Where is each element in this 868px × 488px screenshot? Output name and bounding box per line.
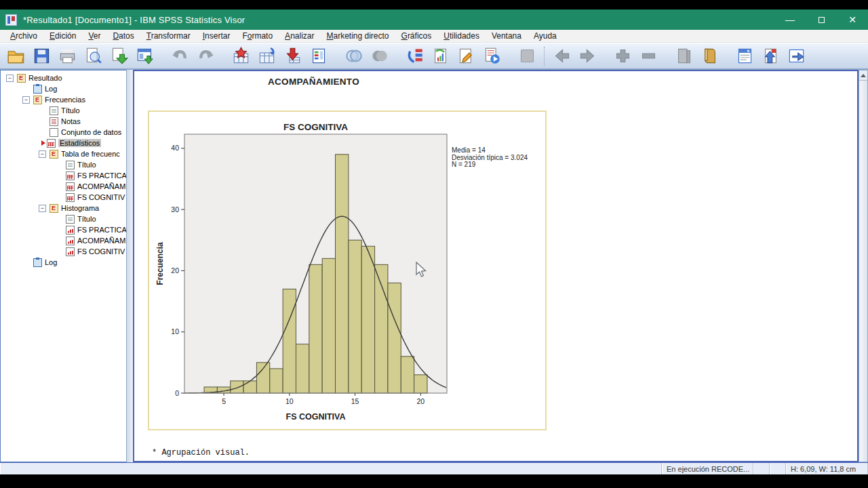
tree-item-fs-practica-tabla[interactable]: FS PRACTICA (1, 170, 126, 181)
tree-item-log[interactable]: Log (1, 83, 126, 94)
chart-doc-icon (66, 237, 75, 245)
tree-item-acompanamiento-histograma[interactable]: ACOMPAÑAM (1, 235, 126, 246)
main-area: −Resultado Log −Frecuencias Título Notas… (0, 70, 868, 462)
svg-text:20: 20 (171, 266, 179, 274)
goto-variable-icon[interactable] (281, 45, 304, 68)
insert-heading-icon[interactable] (429, 45, 452, 68)
insert-title-icon[interactable] (454, 45, 477, 68)
open-icon[interactable] (4, 45, 27, 68)
svg-text:N = 219: N = 219 (452, 161, 476, 168)
menu-transformar[interactable]: Transformar (140, 30, 197, 41)
menu-insertar[interactable]: Insertar (197, 30, 237, 41)
title-bar: *Resultado1 [Documento1] - IBM SPSS Stat… (0, 9, 868, 30)
print-icon[interactable] (56, 45, 79, 68)
status-bar: En ejecución RECODE... H: 6,09, W: 11,8 … (0, 462, 868, 474)
title-doc-icon (50, 106, 58, 115)
tree-item-histograma[interactable]: −Histograma (1, 203, 126, 214)
expand-icon[interactable] (611, 45, 634, 68)
export-icon[interactable] (107, 45, 130, 68)
redo-icon[interactable] (194, 45, 217, 68)
output-book-icon (33, 96, 42, 104)
recall-dialogs-icon[interactable] (133, 45, 156, 68)
outline-pane: −Resultado Log −Frecuencias Título Notas… (0, 70, 126, 462)
svg-text:30: 30 (171, 205, 179, 214)
select-cases-icon[interactable] (342, 45, 365, 68)
print-preview-icon[interactable] (81, 45, 104, 68)
svg-text:10: 10 (285, 397, 294, 405)
pane-splitter[interactable] (126, 70, 133, 462)
title-doc-icon (66, 215, 75, 224)
hide-icon[interactable] (698, 45, 721, 68)
minimize-button[interactable]: — (774, 9, 806, 30)
tree-item-frecuencias[interactable]: −Frecuencias (1, 94, 126, 105)
collapse-toggle-icon[interactable]: − (6, 75, 14, 82)
designate-window-icon[interactable] (733, 45, 756, 68)
demote-icon[interactable] (576, 45, 599, 68)
restore-button[interactable] (806, 9, 837, 30)
menu-datos[interactable]: Datos (106, 30, 140, 41)
svg-text:FS COGNITIVA: FS COGNITIVA (286, 412, 346, 422)
scroll-up-icon[interactable] (859, 70, 867, 81)
goto-data-icon[interactable] (229, 45, 252, 68)
menu-ventana[interactable]: Ventana (486, 30, 528, 41)
goto-case-icon[interactable] (255, 45, 278, 68)
svg-text:0: 0 (175, 389, 179, 397)
log-icon (33, 85, 42, 94)
histogram-chart-frame[interactable]: 5101520010203040FS COGNITIVAFS COGNITIVA… (148, 110, 547, 430)
tree-item-log-2[interactable]: Log (1, 257, 126, 268)
output-book-icon (50, 204, 58, 213)
tree-item-titulo[interactable]: Título (1, 214, 126, 224)
output-heading: ACOMPAÑAMIENTO (268, 77, 359, 87)
status-running-cell: En ejecución RECODE... (662, 463, 753, 474)
menu-analizar[interactable]: Analizar (279, 30, 320, 41)
letterbox-top (0, 0, 868, 9)
tree-item-resultado[interactable]: −Resultado (1, 73, 126, 83)
tree-item-estadisticos[interactable]: Estadísticos (1, 138, 126, 148)
collapse-toggle-icon[interactable]: − (39, 150, 46, 158)
insert-text-icon[interactable] (480, 45, 503, 68)
table-doc-icon (47, 139, 56, 148)
tree-item-fs-cognitiva-histograma[interactable]: FS COGNITIV (1, 246, 126, 257)
variables-icon[interactable] (307, 45, 330, 68)
promote-icon[interactable] (550, 45, 573, 68)
insert-object-icon[interactable] (759, 45, 782, 68)
footnote: * Agrupación visual. (152, 448, 250, 458)
close-button[interactable]: ✕ (837, 9, 868, 30)
svg-text:15: 15 (351, 397, 359, 405)
insert-chart-icon[interactable] (785, 45, 808, 68)
dataset-doc-icon (50, 128, 58, 137)
menu-formato[interactable]: Formato (236, 30, 279, 41)
menu-ver[interactable]: Ver (82, 30, 106, 41)
tree-item-fs-cognitiva-tabla[interactable]: FS COGNITIV (1, 192, 126, 203)
undo-icon[interactable] (168, 45, 191, 68)
letterbox-bottom (0, 474, 868, 488)
spss-app-icon (5, 14, 17, 26)
mouse-cursor (414, 262, 429, 278)
tree-item-notas[interactable]: Notas (1, 116, 126, 127)
log-icon (33, 258, 42, 267)
tree-item-tabla-de-frecuencias[interactable]: −Tabla de frecuenc (1, 148, 126, 159)
vertical-scrollbar[interactable] (859, 70, 868, 462)
menu-marketing-directo[interactable]: Marketing directo (320, 30, 395, 41)
tree-item-conjunto-de-datos[interactable]: Conjunto de datos (1, 127, 126, 138)
tree-item-titulo[interactable]: Título (1, 159, 126, 170)
collapse-icon[interactable] (637, 45, 660, 68)
collapse-toggle-icon[interactable]: − (39, 205, 46, 212)
run-descriptives-icon[interactable] (403, 45, 426, 68)
menu-archivo[interactable]: Archivo (4, 30, 43, 41)
save-icon[interactable] (30, 45, 53, 68)
menu-edicion[interactable]: Edición (43, 30, 82, 41)
tree-item-fs-practica-histograma[interactable]: FS PRACTICA (1, 224, 126, 235)
status-cell-empty-1 (753, 463, 770, 474)
menu-utilidades[interactable]: Utilidades (437, 30, 486, 41)
window-title: *Resultado1 [Documento1] - IBM SPSS Stat… (23, 15, 245, 25)
tree-item-titulo[interactable]: Título (1, 105, 126, 116)
menu-ayuda[interactable]: Ayuda (528, 30, 563, 41)
current-item-arrow-icon (41, 140, 45, 146)
collapse-toggle-icon[interactable]: − (22, 96, 30, 104)
menu-graficos[interactable]: Gráficos (395, 30, 438, 41)
split-file-icon[interactable] (368, 45, 391, 68)
toolbar-separator (544, 47, 545, 66)
tree-item-acompanamiento-tabla[interactable]: ACOMPAÑAM (1, 181, 126, 192)
table-doc-icon (66, 182, 75, 191)
